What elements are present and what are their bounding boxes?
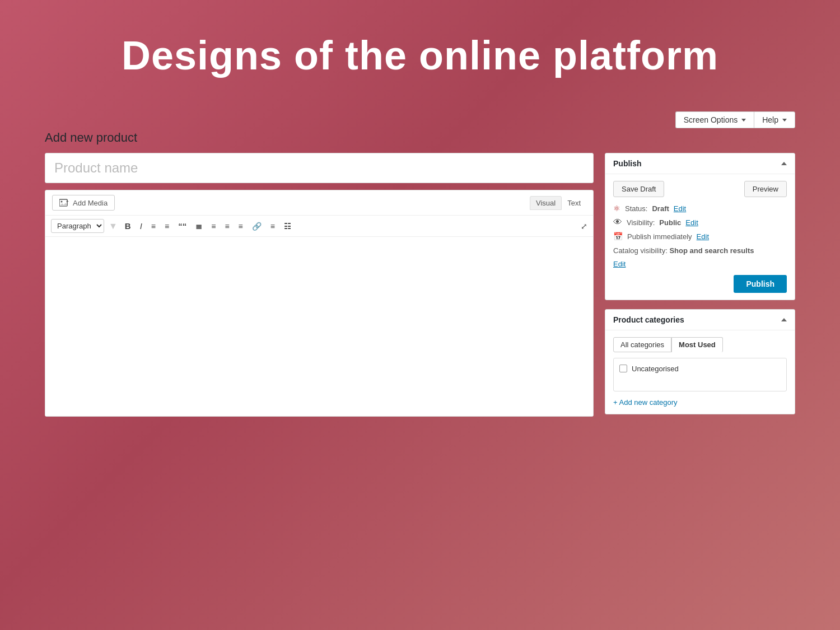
- visibility-value: Public: [659, 218, 681, 227]
- add-media-label: Add Media: [73, 199, 108, 207]
- more-button[interactable]: ≡: [268, 220, 278, 232]
- schedule-edit-link[interactable]: Edit: [697, 232, 709, 241]
- editor-content[interactable]: [45, 237, 593, 416]
- help-label: Help: [762, 115, 778, 124]
- bold-button[interactable]: B: [122, 220, 134, 232]
- ordered-list-button[interactable]: ≡: [162, 220, 172, 232]
- most-used-tab[interactable]: Most Used: [671, 337, 723, 352]
- catalog-edit-link[interactable]: Edit: [613, 260, 787, 268]
- editor-area: + Add Media Visual Text: [45, 190, 594, 417]
- editor-toolbar-top: + Add Media Visual Text: [45, 190, 593, 216]
- publish-btn-row: Publish: [613, 275, 787, 293]
- categories-box-title: Product categories: [613, 315, 684, 324]
- unordered-list-button[interactable]: ≡: [148, 220, 158, 232]
- visual-text-tabs: Visual Text: [530, 196, 586, 210]
- status-label: Status:: [625, 204, 647, 213]
- align-right-button[interactable]: ≡: [222, 220, 232, 232]
- screen-options-chevron-icon: [741, 119, 746, 122]
- publish-button[interactable]: Publish: [734, 275, 787, 293]
- table-button[interactable]: ☷: [281, 220, 294, 232]
- add-new-product-heading: Add new product: [45, 130, 795, 145]
- add-media-button[interactable]: + Add Media: [52, 195, 115, 211]
- publish-box-body: Save Draft Preview ⚛ Status: Draft Edit …: [605, 174, 795, 300]
- calendar-icon: 📅: [613, 232, 623, 241]
- uncategorised-checkbox[interactable]: [619, 365, 627, 372]
- svg-point-2: [61, 201, 63, 203]
- product-categories-box: Product categories All categories Most U…: [605, 309, 795, 414]
- status-edit-link[interactable]: Edit: [674, 204, 686, 213]
- visibility-label: Visibility:: [627, 218, 655, 227]
- status-value: Draft: [652, 204, 669, 213]
- editor-toolbar-format: Paragraph ▼ B I ≡ ≡ ““ ≣ ≡ ≡ ≡ 🔗 ≡: [45, 216, 593, 237]
- save-draft-button[interactable]: Save Draft: [613, 181, 664, 197]
- all-categories-tab[interactable]: All categories: [613, 337, 671, 352]
- tab-visual[interactable]: Visual: [530, 196, 562, 210]
- visibility-edit-link[interactable]: Edit: [685, 218, 698, 227]
- align-justify-button[interactable]: ≡: [236, 220, 246, 232]
- publish-box-header: Publish: [605, 153, 795, 174]
- uncategorised-label: Uncategorised: [632, 365, 679, 373]
- link-button[interactable]: 🔗: [249, 220, 264, 232]
- uncategorised-item: Uncategorised: [619, 363, 781, 375]
- schedule-row: 📅 Publish immediately Edit: [613, 232, 787, 241]
- draft-preview-row: Save Draft Preview: [613, 181, 787, 197]
- blockquote-button[interactable]: ““: [175, 220, 189, 232]
- visibility-icon: 👁: [613, 217, 622, 227]
- page-title: Designs of the online platform: [45, 34, 795, 78]
- paragraph-format-select[interactable]: Paragraph: [51, 219, 104, 233]
- product-name-input[interactable]: [45, 153, 594, 183]
- align-left-button[interactable]: ≣: [193, 220, 205, 232]
- publish-box: Publish Save Draft Preview ⚛ Status: Dra…: [605, 153, 795, 300]
- status-row: ⚛ Status: Draft Edit: [613, 204, 787, 213]
- catalog-label: Catalog visibility:: [613, 246, 668, 255]
- italic-button[interactable]: I: [137, 220, 145, 232]
- status-icon: ⚛: [613, 204, 620, 213]
- svg-text:+: +: [66, 199, 69, 204]
- expand-button[interactable]: ⤢: [581, 222, 587, 231]
- catalog-value: Shop and search results: [669, 246, 754, 255]
- publish-collapse-icon[interactable]: [781, 162, 787, 165]
- preview-button[interactable]: Preview: [744, 181, 787, 197]
- categories-collapse-icon[interactable]: [781, 318, 787, 321]
- screen-options-button[interactable]: Screen Options: [675, 111, 754, 128]
- help-button[interactable]: Help: [754, 111, 795, 128]
- categories-tabs: All categories Most Used: [613, 337, 787, 352]
- help-chevron-icon: [782, 119, 787, 122]
- add-new-category-link[interactable]: + Add new category: [613, 398, 678, 407]
- schedule-label: Publish immediately: [627, 232, 692, 241]
- screen-options-label: Screen Options: [684, 115, 738, 124]
- tab-text[interactable]: Text: [562, 196, 586, 210]
- catalog-visibility-row: Catalog visibility: Shop and search resu…: [613, 245, 787, 256]
- align-center-button[interactable]: ≡: [208, 220, 218, 232]
- categories-list: Uncategorised: [613, 358, 787, 391]
- categories-box-header: Product categories: [605, 310, 795, 330]
- visibility-row: 👁 Visibility: Public Edit: [613, 217, 787, 227]
- add-media-icon: +: [59, 198, 69, 207]
- categories-box-body: All categories Most Used Uncategorised +…: [605, 330, 795, 414]
- publish-box-title: Publish: [613, 159, 642, 168]
